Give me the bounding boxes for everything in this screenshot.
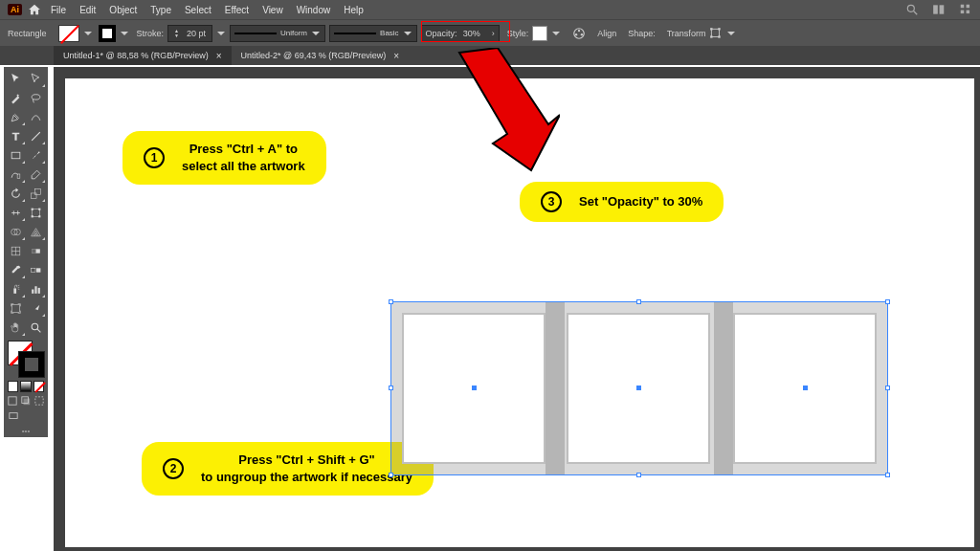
draw-behind[interactable] (19, 394, 33, 408)
menu-object[interactable]: Object (109, 5, 137, 15)
close-icon[interactable]: × (393, 51, 399, 61)
opacity-label: Opacity: (426, 29, 457, 38)
menu-help[interactable]: Help (344, 5, 364, 15)
column-graph-tool[interactable] (26, 279, 46, 298)
menu-file[interactable]: File (51, 5, 66, 15)
svg-rect-15 (711, 35, 713, 37)
artboard-tool[interactable] (6, 298, 26, 318)
svg-rect-38 (38, 287, 40, 293)
lasso-tool[interactable] (26, 88, 46, 107)
zoom-tool[interactable] (26, 318, 46, 337)
opacity-control[interactable]: Opacity: 30% › (421, 25, 500, 42)
annotation-number: 3 (541, 191, 562, 212)
arrange-icon[interactable] (959, 3, 972, 16)
svg-marker-47 (459, 48, 560, 170)
type-tool[interactable] (6, 126, 26, 145)
document-tab-1[interactable]: Untitled-1* @ 88,58 % (RGB/Preview) × (54, 46, 232, 65)
free-transform-tool[interactable] (26, 203, 46, 222)
screen-mode[interactable] (6, 409, 20, 423)
svg-point-40 (32, 323, 38, 330)
svg-rect-26 (32, 215, 33, 217)
svg-point-17 (32, 94, 40, 99)
slice-tool[interactable] (26, 298, 46, 318)
home-icon[interactable] (28, 3, 41, 16)
workspace-icon[interactable] (932, 3, 946, 16)
tools-panel: ••• (4, 67, 48, 437)
color-mode[interactable] (8, 381, 18, 392)
svg-line-18 (32, 132, 40, 141)
selected-artwork[interactable] (390, 301, 888, 475)
graphic-style-swatch[interactable] (532, 26, 547, 41)
pen-tool[interactable] (6, 107, 26, 126)
rectangle-tool[interactable] (6, 145, 26, 165)
annotation-callout-1: 1 Press "Ctrl + A" toselect all the artw… (122, 131, 326, 185)
paintbrush-tool[interactable] (26, 145, 46, 165)
line-tool[interactable] (26, 126, 46, 145)
gradient-tool[interactable] (26, 241, 46, 260)
transform-button[interactable]: Transform (667, 29, 706, 38)
edit-toolbar[interactable]: ••• (6, 427, 46, 435)
menu-select[interactable]: Select (185, 5, 212, 15)
menu-view[interactable]: View (262, 5, 283, 15)
menu-effect[interactable]: Effect (225, 5, 249, 15)
gradient-mode[interactable] (20, 381, 31, 392)
draw-inside[interactable] (33, 394, 46, 408)
stroke-swatch[interactable] (99, 25, 116, 42)
svg-rect-7 (967, 11, 970, 13)
annotation-number: 2 (163, 458, 184, 479)
document-tab-2[interactable]: Untitled-2* @ 69,43 % (RGB/Preview) × (232, 46, 410, 65)
svg-rect-3 (940, 5, 945, 13)
fill-swatch[interactable] (58, 25, 79, 42)
direct-selection-tool[interactable] (26, 69, 46, 88)
perspective-grid-tool[interactable] (26, 222, 46, 241)
align-button[interactable]: Align (597, 29, 616, 38)
menu-window[interactable]: Window (297, 5, 331, 15)
search-icon[interactable] (905, 3, 919, 16)
magic-wand-tool[interactable] (6, 88, 26, 107)
width-tool[interactable] (6, 203, 26, 222)
fill-stroke-indicator[interactable] (6, 339, 46, 379)
svg-rect-13 (711, 28, 713, 30)
svg-rect-37 (34, 286, 36, 294)
more-options-icon[interactable] (726, 29, 736, 38)
scale-tool[interactable] (26, 184, 46, 203)
svg-rect-6 (961, 11, 965, 13)
recolor-icon[interactable] (572, 27, 586, 40)
stroke-indicator[interactable] (19, 352, 44, 377)
draw-normal[interactable] (6, 394, 19, 408)
svg-rect-23 (33, 209, 40, 216)
fill-dropdown-icon[interactable] (83, 29, 93, 38)
transform-panel-icon[interactable] (709, 27, 723, 40)
opacity-expand-icon[interactable]: › (492, 29, 495, 38)
rotate-tool[interactable] (6, 184, 26, 203)
selection-tool[interactable] (6, 69, 26, 88)
stroke-weight-input[interactable]: ▲▼ 20 pt (167, 25, 212, 42)
style-dropdown-icon[interactable] (551, 29, 561, 38)
mesh-tool[interactable] (6, 241, 26, 260)
symbol-sprayer-tool[interactable] (6, 279, 26, 298)
none-mode[interactable] (33, 381, 44, 392)
brush-definition[interactable]: Basic (329, 25, 417, 42)
shape-builder-tool[interactable] (6, 222, 26, 241)
menu-edit[interactable]: Edit (79, 5, 96, 15)
svg-rect-42 (9, 397, 16, 405)
brush-dropdown-icon (403, 29, 412, 38)
svg-rect-19 (11, 152, 20, 159)
shaper-tool[interactable] (6, 165, 26, 184)
menu-type[interactable]: Type (150, 5, 171, 15)
shape-type-label: Rectangle (8, 29, 47, 38)
svg-rect-25 (38, 208, 40, 209)
variable-width-profile[interactable]: Uniform (230, 25, 325, 42)
close-icon[interactable]: × (216, 51, 222, 61)
blend-tool[interactable] (26, 260, 46, 279)
stroke-weight-dropdown-icon[interactable] (216, 29, 226, 38)
svg-rect-43 (24, 399, 31, 406)
curvature-tool[interactable] (26, 107, 46, 126)
eraser-tool[interactable] (26, 165, 46, 184)
eyedropper-tool[interactable] (6, 260, 26, 279)
hand-tool[interactable] (6, 318, 26, 337)
shape-button[interactable]: Shape: (628, 29, 656, 38)
svg-rect-34 (36, 268, 40, 272)
stroke-dropdown-icon[interactable] (120, 29, 129, 38)
svg-point-10 (575, 33, 577, 35)
